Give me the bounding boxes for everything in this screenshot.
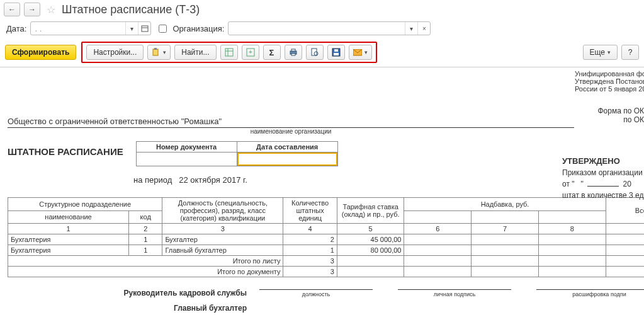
svg-rect-11 — [291, 54, 295, 55]
find-button[interactable]: Найти... — [174, 45, 216, 60]
svg-rect-0 — [142, 26, 148, 32]
svg-text:+: + — [249, 49, 252, 55]
period-label: на период — [133, 175, 172, 185]
svg-rect-2 — [153, 49, 158, 55]
table-row[interactable]: Бухгалтерия 1 Бухгалтер 2 45 000,00 — [8, 234, 645, 245]
colnum: 6 — [404, 224, 472, 234]
th-subdiv-name: наименование — [8, 210, 129, 224]
colnum: 9 — [606, 224, 644, 234]
email-dropdown-button[interactable]: ▾ — [349, 45, 372, 60]
more-label: Еще — [590, 48, 605, 57]
preview-button[interactable] — [306, 45, 324, 60]
document-title: ШТАТНОЕ РАСПИСАНИЕ — [8, 146, 123, 157]
form-code-block: Форма по ОК по ОК — [587, 107, 644, 124]
sign-line-sign: личная подпись — [398, 289, 511, 297]
dropdown-icon[interactable]: ▾ — [405, 22, 417, 35]
organization-label: Организация: — [172, 24, 224, 33]
favorite-star-icon[interactable]: ☆ — [47, 4, 55, 16]
signature-row-hr: Руководитель кадровой службы должность л… — [8, 289, 636, 297]
form-code-line: Форма по ОК — [587, 107, 644, 115]
svg-rect-10 — [291, 49, 295, 51]
sigma-icon: Σ — [269, 48, 274, 57]
envelope-icon — [353, 49, 362, 56]
nav-back-button[interactable]: ← — [4, 3, 20, 16]
table-row[interactable]: Бухгалтерия 1 Главный бухгалтер 1 80 000… — [8, 245, 645, 256]
svg-rect-16 — [334, 49, 338, 52]
svg-rect-4 — [225, 49, 233, 56]
th-units: Количество штатных единиц — [283, 198, 337, 224]
page-magnify-icon — [310, 48, 319, 57]
form-report-button[interactable]: Сформировать — [5, 45, 76, 60]
print-button[interactable] — [285, 45, 302, 60]
th-subdiv-code: код — [129, 210, 162, 224]
grid-expand-button[interactable] — [220, 45, 238, 60]
page-title: Штатное расписание (Т-3) — [62, 3, 200, 16]
doc-number-cell[interactable] — [136, 153, 237, 166]
approved-line: штат в количестве 3 един — [562, 190, 644, 201]
colnum: 5 — [337, 224, 404, 234]
colnum: 1 — [8, 224, 129, 234]
colnum: 2 — [129, 224, 162, 234]
colnum: 7 — [472, 224, 539, 234]
approved-title: УТВЕРЖДЕНО — [562, 156, 644, 167]
arrow-left-icon: ← — [8, 5, 16, 14]
approved-line: Приказом организации — [562, 167, 644, 178]
calendar-icon[interactable] — [138, 22, 150, 35]
approval-line: Утверждена Постановлен — [575, 78, 644, 85]
nav-forward-button[interactable]: → — [24, 3, 40, 16]
colnum: 4 — [283, 224, 337, 234]
form-code-line: по ОК — [587, 115, 644, 124]
period-row: на период 22 октября 2017 г. — [8, 175, 636, 185]
svg-rect-15 — [334, 53, 339, 55]
sign-label-hr: Руководитель кадровой службы — [8, 289, 259, 297]
floppy-icon — [332, 48, 341, 57]
organization-checkbox[interactable] — [159, 25, 167, 33]
approved-date-line: от " " 20 — [562, 178, 644, 190]
grid-collapse-icon: + — [246, 48, 255, 57]
organization-input[interactable]: ▾ × — [228, 21, 431, 35]
organization-caption: наименование организации — [8, 128, 574, 135]
sign-label-accountant: Главный бухгалтер — [8, 304, 259, 313]
sign-line-name: расшифровка подпи — [536, 289, 644, 297]
signature-row-accountant: Главный бухгалтер — [8, 304, 636, 313]
th-allowance-3 — [538, 210, 606, 224]
more-button[interactable]: Еще ▾ — [583, 45, 618, 60]
clear-icon[interactable]: × — [417, 22, 430, 35]
approved-block: УТВЕРЖДЕНО Приказом организации от " " 2… — [562, 156, 644, 201]
doc-number-header: Номер документа — [136, 142, 237, 153]
paste-icon — [152, 48, 161, 57]
sum-button[interactable]: Σ — [263, 45, 281, 60]
settings-button[interactable]: Настройки... — [86, 45, 144, 60]
document-number-table: Номер документа Дата составления — [136, 141, 338, 166]
sign-line-position: должность — [259, 289, 373, 297]
approval-line: Унифицированная форма — [575, 70, 644, 78]
save-button[interactable] — [327, 45, 345, 60]
help-button[interactable]: ? — [621, 45, 639, 60]
date-input[interactable]: . . ▾ — [30, 21, 151, 35]
doc-date-cell[interactable] — [237, 153, 337, 166]
svg-rect-3 — [154, 48, 157, 50]
printer-icon — [289, 48, 298, 57]
th-position: Должность (специальность, профессия), ра… — [162, 198, 283, 224]
paste-dropdown-button[interactable]: ▾ — [147, 45, 171, 60]
grid-collapse-button[interactable]: + — [242, 45, 259, 60]
approval-line: России от 5 января 2004 — [575, 85, 644, 93]
arrow-right-icon: → — [28, 5, 36, 14]
th-allowance-1 — [404, 210, 472, 224]
dropdown-icon[interactable]: ▾ — [125, 22, 138, 35]
highlighted-toolbar-group: Настройки... ▾ Найти... + Σ ▾ — [81, 42, 376, 63]
th-subdivision: Структурное подразделение — [8, 198, 162, 211]
doc-date-header: Дата составления — [237, 142, 337, 153]
table-total-row: Итого по листу 3 — [8, 256, 645, 267]
report-area: Унифицированная форма Утверждена Постано… — [0, 67, 644, 320]
colnum: 3 — [162, 224, 283, 234]
date-value: . . — [31, 24, 125, 33]
organization-full-name: Общество с ограниченной ответственностью… — [8, 117, 636, 126]
form-approval-text: Унифицированная форма Утверждена Постано… — [575, 70, 644, 93]
th-total: Всего, руб. — [606, 198, 644, 224]
date-label: Дата: — [6, 24, 26, 33]
table-total-row: Итого по документу 3 80 00 — [8, 267, 645, 277]
grid-expand-icon — [225, 48, 234, 57]
th-allowance-2 — [472, 210, 539, 224]
staffing-table: Структурное подразделение Должность (спе… — [8, 197, 644, 277]
